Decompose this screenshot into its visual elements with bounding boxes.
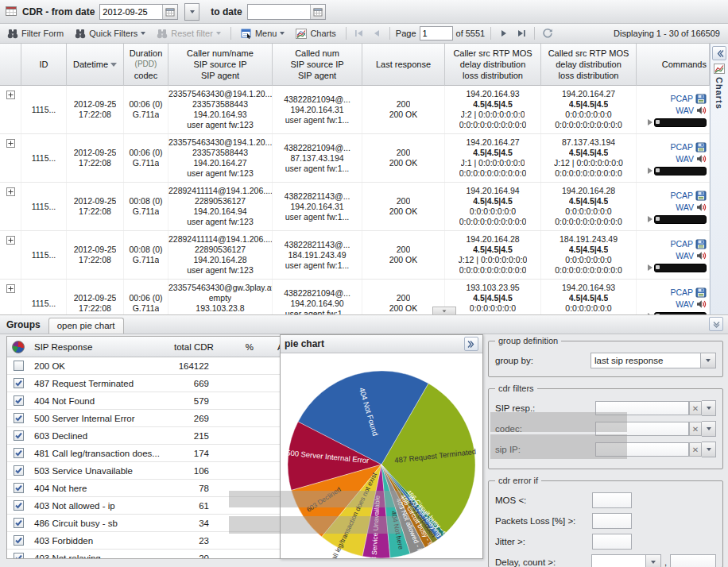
row-checkbox[interactable] xyxy=(14,465,24,476)
pcap-download-link[interactable]: PCAP xyxy=(670,287,707,299)
play-icon[interactable] xyxy=(648,168,652,174)
expand-row-icon[interactable] xyxy=(6,139,15,148)
quick-filters-button[interactable]: Quick Filters xyxy=(71,27,149,40)
column-header-resp[interactable]: Last response xyxy=(362,44,445,86)
wav-download-link[interactable]: WAV xyxy=(676,250,707,262)
chevron-down-icon[interactable] xyxy=(702,401,715,415)
sip-response-column-header[interactable]: SIP Response xyxy=(29,342,169,352)
row-checkbox[interactable] xyxy=(14,395,24,406)
audio-progress-bar[interactable] xyxy=(654,264,707,272)
sip-ip-dropdown[interactable] xyxy=(702,442,716,457)
jitter-input[interactable] xyxy=(592,534,632,550)
refresh-icon[interactable] xyxy=(540,26,555,40)
row-checkbox[interactable] xyxy=(14,518,24,528)
clear-icon[interactable]: ✕ xyxy=(689,422,702,436)
table-row[interactable]: 1115...2012-09-2517:22:0800:06 (0)G.711a… xyxy=(0,280,710,314)
clear-icon[interactable]: ✕ xyxy=(689,401,702,415)
chevron-down-icon[interactable] xyxy=(645,555,660,567)
mos-input[interactable] xyxy=(592,492,632,508)
from-date-calendar-icon[interactable] xyxy=(162,5,177,19)
pcap-download-link[interactable]: PCAP xyxy=(670,141,707,153)
first-page-icon[interactable] xyxy=(352,26,366,40)
codec-dropdown[interactable] xyxy=(702,421,716,437)
table-row[interactable]: 1115...2012-09-2517:22:0800:08 (0)G.711a… xyxy=(0,183,710,231)
wav-download-link[interactable]: WAV xyxy=(676,202,707,214)
audio-player[interactable] xyxy=(648,118,707,127)
wav-download-link[interactable]: WAV xyxy=(676,299,707,310)
delay-select[interactable] xyxy=(591,554,661,567)
charts-side-panel[interactable]: Charts xyxy=(710,44,728,314)
expand-row-icon[interactable] xyxy=(6,187,15,196)
audio-progress-bar[interactable] xyxy=(654,215,707,224)
audio-player[interactable] xyxy=(648,167,707,176)
wav-download-link[interactable]: WAV xyxy=(676,105,707,117)
pcap-download-link[interactable]: PCAP xyxy=(670,190,707,202)
sip-resp-dropdown[interactable] xyxy=(702,400,716,416)
row-checkbox[interactable] xyxy=(14,500,24,511)
column-header-duration[interactable]: Duration(PDD)codec xyxy=(124,44,168,86)
charts-button[interactable]: Charts xyxy=(292,27,339,40)
to-date-calendar-icon[interactable] xyxy=(310,5,325,19)
row-checkbox[interactable] xyxy=(14,361,24,371)
expand-row-icon[interactable] xyxy=(6,284,15,293)
menu-button[interactable]: Menu xyxy=(237,27,289,40)
expand-charts-panel-icon[interactable] xyxy=(712,46,726,60)
row-checkbox[interactable] xyxy=(14,448,24,458)
row-checkbox[interactable] xyxy=(14,553,24,559)
column-header-commands[interactable]: Commands xyxy=(637,44,710,86)
to-date-input[interactable] xyxy=(248,6,310,18)
play-icon[interactable] xyxy=(648,264,652,271)
filter-form-button[interactable]: Filter Form xyxy=(3,27,68,40)
group-by-select[interactable]: last sip response xyxy=(591,353,716,368)
next-page-icon[interactable] xyxy=(497,26,511,40)
column-header-id[interactable]: ID xyxy=(21,44,67,86)
column-header-drtp[interactable]: Called src RTP MOSdelay distributionloss… xyxy=(541,44,637,86)
play-icon[interactable] xyxy=(648,119,652,125)
row-checkbox[interactable] xyxy=(14,483,24,493)
count-input[interactable] xyxy=(670,554,716,567)
packets-loss-input[interactable] xyxy=(592,513,632,529)
reset-filter-button[interactable]: Reset filter xyxy=(153,27,225,40)
row-checkbox[interactable] xyxy=(14,430,24,441)
total-cdr-column-header[interactable]: total CDR xyxy=(169,342,214,352)
table-row[interactable]: 1115...2012-09-2517:22:0800:08 (0)G.711a… xyxy=(0,231,710,280)
chevron-down-icon[interactable] xyxy=(702,422,715,436)
from-date-input[interactable] xyxy=(100,6,162,18)
chevron-down-icon[interactable] xyxy=(700,353,715,368)
row-checkbox[interactable] xyxy=(14,378,24,388)
sip-ip-input[interactable] xyxy=(595,442,689,457)
open-pie-chart-tab[interactable]: open pie chart xyxy=(48,318,124,334)
table-row[interactable]: 1115...2012-09-2517:22:0800:06 (0)G.711a… xyxy=(0,86,710,134)
chevron-down-icon[interactable] xyxy=(702,442,715,457)
pcap-download-link[interactable]: PCAP xyxy=(670,238,707,250)
expand-row-icon[interactable] xyxy=(6,236,15,245)
clear-icon[interactable]: ✕ xyxy=(689,442,702,457)
table-row[interactable]: 1115...2012-09-2517:22:0800:06 (0)G.711a… xyxy=(0,134,710,183)
page-number-input[interactable] xyxy=(420,26,453,40)
audio-player[interactable] xyxy=(648,215,707,224)
play-icon[interactable] xyxy=(648,216,652,222)
percent-column-header[interactable]: % xyxy=(214,342,258,352)
audio-progress-bar[interactable] xyxy=(654,118,707,127)
audio-progress-bar[interactable] xyxy=(654,167,707,176)
column-header-called[interactable]: Called numSIP source IPSIP agent xyxy=(273,44,362,86)
column-header-crtp[interactable]: Caller src RTP MOSdelay distributionloss… xyxy=(445,44,541,86)
audio-player[interactable] xyxy=(648,264,707,272)
last-page-icon[interactable] xyxy=(514,26,529,40)
collapse-groups-icon[interactable] xyxy=(709,317,723,331)
expand-pie-window-icon[interactable] xyxy=(464,337,478,351)
column-header-caller[interactable]: Caller num/nameSIP source IPSIP agent xyxy=(168,44,273,86)
sip-resp-input[interactable] xyxy=(595,401,689,415)
pie-chart-icon[interactable] xyxy=(7,341,29,353)
column-header-expand[interactable] xyxy=(0,44,21,86)
prev-page-icon[interactable] xyxy=(370,26,384,40)
from-date-dropdown-icon[interactable] xyxy=(184,3,199,21)
row-checkbox[interactable] xyxy=(14,413,24,423)
pcap-download-link[interactable]: PCAP xyxy=(670,93,707,105)
grid-collapse-handle[interactable] xyxy=(432,307,456,314)
codec-input[interactable] xyxy=(595,422,689,436)
wav-download-link[interactable]: WAV xyxy=(676,153,707,165)
column-header-datetime[interactable]: Datetime xyxy=(67,44,124,86)
row-checkbox[interactable] xyxy=(14,535,24,546)
expand-row-icon[interactable] xyxy=(6,91,15,99)
